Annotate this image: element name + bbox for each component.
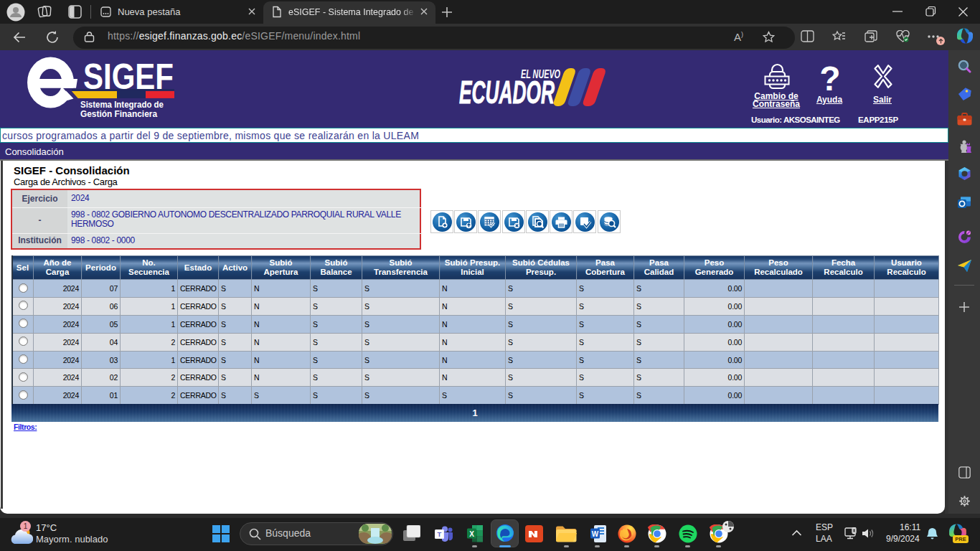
svg-text:ECUADOR: ECUADOR <box>459 74 555 109</box>
svg-text:W: W <box>592 530 599 538</box>
svg-text:Gestión Financiera: Gestión Financiera <box>80 108 158 119</box>
svg-text:T: T <box>438 530 442 538</box>
svg-text:X: X <box>469 530 474 538</box>
